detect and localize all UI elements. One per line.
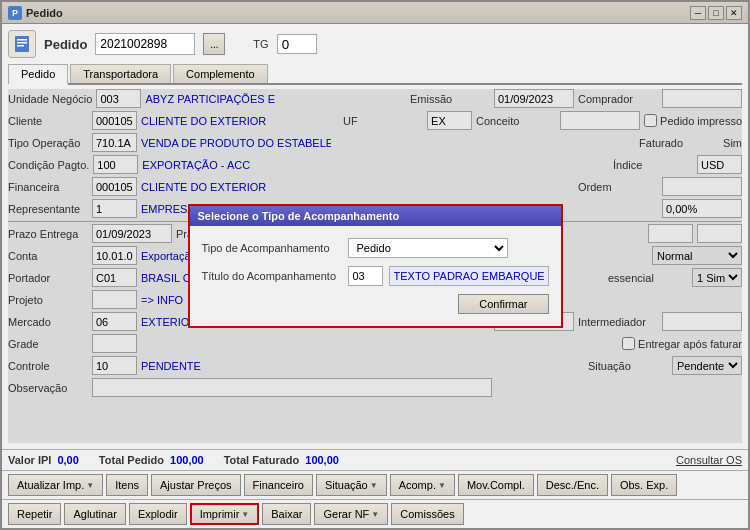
window-title: Pedido: [26, 7, 63, 19]
total-faturado-label: Total Faturado: [224, 454, 300, 466]
svg-rect-0: [15, 36, 29, 52]
acomp-button[interactable]: Acomp. ▼: [390, 474, 455, 496]
toolbar-row-2: Repetir Aglutinar Explodir Imprimir ▼ Ba…: [2, 499, 748, 528]
explodir-button[interactable]: Explodir: [129, 503, 187, 525]
header-row: Pedido ... TG: [8, 30, 742, 58]
title-bar: P Pedido ─ □ ✕: [2, 2, 748, 24]
comissoes-button[interactable]: Comissões: [391, 503, 463, 525]
form-area: Unidade Negócio ABYZ PARTICIPAÇÕES E Emi…: [8, 89, 742, 443]
pedido-label: Pedido: [44, 37, 87, 52]
financeiro-button[interactable]: Financeiro: [244, 474, 313, 496]
main-window: P Pedido ─ □ ✕ Pedido ... TG: [0, 0, 750, 530]
svg-rect-2: [17, 42, 27, 44]
total-pedido-label: Total Pedido: [99, 454, 164, 466]
tab-transportadora[interactable]: Transportadora: [70, 64, 171, 83]
confirm-button[interactable]: Confirmar: [458, 294, 548, 314]
imprimir-button[interactable]: Imprimir ▼: [190, 503, 260, 525]
svg-rect-3: [17, 45, 24, 47]
titulo-acompanhamento-label: Título do Acompanhamento: [202, 270, 342, 282]
minimize-button[interactable]: ─: [690, 6, 706, 20]
modal-row-titulo: Título do Acompanhamento: [202, 266, 549, 286]
pedido-icon: [8, 30, 36, 58]
acomp-arrow: ▼: [438, 481, 446, 490]
itens-button[interactable]: Itens: [106, 474, 148, 496]
ajustar-precos-button[interactable]: Ajustar Preços: [151, 474, 241, 496]
totals-bar: Valor IPI 0,00 Total Pedido 100,00 Total…: [2, 449, 748, 470]
window-icon: P: [8, 6, 22, 20]
tab-pedido[interactable]: Pedido: [8, 64, 68, 85]
svg-rect-1: [17, 39, 27, 41]
tg-input[interactable]: [277, 34, 317, 54]
modal-dialog: Selecione o Tipo de Acompanhamento Tipo …: [188, 204, 563, 328]
atualizar-imp-arrow: ▼: [86, 481, 94, 490]
valor-ipi-value: 0,00: [57, 454, 78, 466]
modal-title: Selecione o Tipo de Acompanhamento: [198, 210, 400, 222]
total-faturado-value: 100,00: [305, 454, 339, 466]
tipo-acompanhamento-label: Tipo de Acompanhamento: [202, 242, 342, 254]
pedido-browse-button[interactable]: ...: [203, 33, 225, 55]
total-pedido-group: Total Pedido 100,00: [99, 454, 204, 466]
modal-row-tipo: Tipo de Acompanhamento Pedido: [202, 238, 549, 258]
situacao-button[interactable]: Situação ▼: [316, 474, 387, 496]
pedido-number-input[interactable]: [95, 33, 195, 55]
title-bar-buttons: ─ □ ✕: [690, 6, 742, 20]
mov-compl-button[interactable]: Mov.Compl.: [458, 474, 534, 496]
maximize-button[interactable]: □: [708, 6, 724, 20]
modal-content: Tipo de Acompanhamento Pedido Título do …: [190, 226, 561, 326]
content-area: Pedido ... TG Pedido Transportadora Comp…: [2, 24, 748, 449]
title-bar-left: P Pedido: [8, 6, 63, 20]
total-pedido-value: 100,00: [170, 454, 204, 466]
imprimir-arrow: ▼: [241, 510, 249, 519]
consultar-os-link[interactable]: Consultar OS: [676, 454, 742, 466]
gerar-nf-button[interactable]: Gerar NF ▼: [314, 503, 388, 525]
repetir-button[interactable]: Repetir: [8, 503, 61, 525]
total-faturado-group: Total Faturado 100,00: [224, 454, 339, 466]
close-button[interactable]: ✕: [726, 6, 742, 20]
tipo-acompanhamento-select[interactable]: Pedido: [348, 238, 508, 258]
tab-complemento[interactable]: Complemento: [173, 64, 267, 83]
titulo-name-input[interactable]: [389, 266, 549, 286]
tg-label: TG: [253, 38, 268, 50]
titulo-code-input[interactable]: [348, 266, 383, 286]
toolbar-row-1: Atualizar Imp. ▼ Itens Ajustar Preços Fi…: [2, 470, 748, 499]
valor-ipi-group: Valor IPI 0,00: [8, 454, 79, 466]
gerar-nf-arrow: ▼: [371, 510, 379, 519]
tabs: Pedido Transportadora Complemento: [8, 64, 742, 85]
valor-ipi-label: Valor IPI: [8, 454, 51, 466]
modal-overlay: Selecione o Tipo de Acompanhamento Tipo …: [8, 89, 742, 443]
baixar-button[interactable]: Baixar: [262, 503, 311, 525]
atualizar-imp-button[interactable]: Atualizar Imp. ▼: [8, 474, 103, 496]
desc-enc-button[interactable]: Desc./Enc.: [537, 474, 608, 496]
situacao-arrow: ▼: [370, 481, 378, 490]
obs-exp-button[interactable]: Obs. Exp.: [611, 474, 677, 496]
aglutinar-button[interactable]: Aglutinar: [64, 503, 125, 525]
modal-title-bar: Selecione o Tipo de Acompanhamento: [190, 206, 561, 226]
